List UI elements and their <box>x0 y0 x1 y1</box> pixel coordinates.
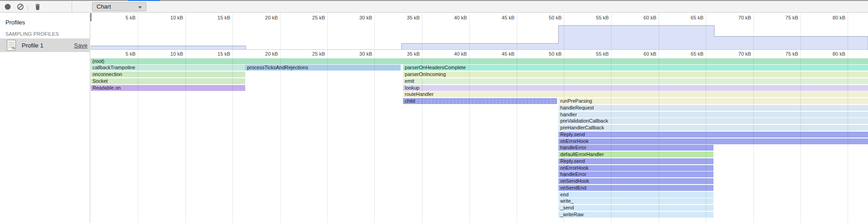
frame-onsendend[interactable]: onSendEnd <box>558 185 713 191</box>
ruler-tick-label: 5 kB <box>104 51 136 57</box>
gridline <box>422 13 422 223</box>
ruler-tick-label: 40 kB <box>435 51 467 57</box>
overview-tick-label: 10 kB <box>151 15 183 20</box>
sampling-profiles-header: SAMPLING PROFILES <box>5 31 59 37</box>
frame-handleerror[interactable]: handleError <box>558 171 713 177</box>
overview-tick-label: 20 kB <box>246 15 278 20</box>
overview-tick-label: 60 kB <box>625 15 656 20</box>
frame-parseronincoming[interactable]: parserOnIncoming <box>403 71 868 77</box>
delete-icon[interactable] <box>34 3 42 11</box>
ruler-tick-label: 60 kB <box>625 51 656 57</box>
scrollbar-thumb[interactable] <box>90 13 92 21</box>
overview-tick-label: 55 kB <box>577 15 609 20</box>
overview-tick-label: 65 kB <box>672 15 703 20</box>
view-mode-value: Chart <box>97 3 111 10</box>
frame-handleerror[interactable]: handleError <box>558 145 713 151</box>
overview-tick-label: 40 kB <box>435 15 467 20</box>
gridline <box>659 13 659 223</box>
heap-profile-icon: % <box>7 40 16 51</box>
ruler-tick-label: 15 kB <box>199 51 230 57</box>
frame-prehandlercallback[interactable]: preHandlerCallback <box>558 125 868 131</box>
gridline <box>185 13 186 223</box>
record-icon[interactable] <box>4 3 12 11</box>
gridline <box>753 13 754 223</box>
ruler-tick-label: 20 kB <box>246 51 278 57</box>
profiler-toolbar: Chart <box>0 1 868 13</box>
view-mode-select[interactable]: Chart <box>92 2 146 11</box>
frame-processticksandrejections[interactable]: processTicksAndRejections <box>245 65 401 71</box>
frame-callbacktrampoline[interactable]: callbackTrampoline <box>91 65 245 71</box>
frame-defaulterrorhandler[interactable]: defaultErrorHandler <box>558 152 713 157</box>
frame-handlerequest[interactable]: handleRequest <box>558 105 868 111</box>
frame--send[interactable]: _send <box>558 205 713 211</box>
ruler-tick-label: 45 kB <box>483 51 514 57</box>
gridline <box>327 13 328 223</box>
gridline <box>233 13 233 223</box>
overview-tick-label: 45 kB <box>483 15 514 20</box>
profile-name: Profile 1 <box>22 42 44 49</box>
frame-readable-on[interactable]: Readable.on <box>91 85 245 91</box>
ruler-tick-label: 50 kB <box>530 51 562 57</box>
frame-onerrorhook[interactable]: onErrorHook <box>558 138 868 144</box>
gridline <box>138 13 138 223</box>
gridline <box>611 13 611 223</box>
gridline <box>564 13 564 223</box>
gridline <box>800 13 801 223</box>
frame-reply-send[interactable]: Reply.send <box>558 158 713 164</box>
frame--root-[interactable]: (root) <box>91 58 868 64</box>
overview-tick-label: 70 kB <box>719 15 751 20</box>
ruler-tick-label: 30 kB <box>340 51 372 57</box>
overview-tick-label: 5 kB <box>104 15 136 20</box>
frame-reply-send[interactable]: Reply.send <box>558 132 868 138</box>
ruler-tick-label: 10 kB <box>151 51 183 57</box>
frame-socket[interactable]: Socket <box>91 78 245 84</box>
frame-lookup[interactable]: lookup <box>403 85 868 91</box>
overview-tick-label: 25 kB <box>293 15 325 20</box>
sidebar-title: Profiles <box>5 19 25 26</box>
toolbar-divider <box>28 5 28 11</box>
ruler-tick-label: 75 kB <box>766 51 798 57</box>
ruler-tick-label: 55 kB <box>577 51 609 57</box>
memory-profiler-panel: Chart Profiles SAMPLING PROFILES % Profi… <box>0 0 868 223</box>
frame-routehandler[interactable]: routeHandler <box>403 91 868 97</box>
chevron-down-icon <box>138 6 142 9</box>
frame--writeraw[interactable]: _writeRaw <box>558 212 713 218</box>
overview-tick-label: 15 kB <box>199 15 230 20</box>
gridline <box>706 13 706 223</box>
frame-parseronheaderscomplete[interactable]: parserOnHeadersComplete <box>403 65 868 71</box>
overview-tick-label: 50 kB <box>530 15 562 20</box>
profiles-sidebar: Profiles SAMPLING PROFILES % Profile 1 S… <box>0 13 90 223</box>
frame-prevalidationcallback[interactable]: preValidationCallback <box>558 118 868 124</box>
gridline <box>280 13 281 223</box>
frame-runpreparsing[interactable]: runPreParsing <box>558 98 868 104</box>
flame-chart[interactable]: 5 kB5 kB10 kB10 kB15 kB15 kB20 kB20 kB25… <box>91 13 868 223</box>
frame-onconnection[interactable]: onconnection <box>91 71 245 77</box>
ruler-tick-label: 70 kB <box>719 51 751 57</box>
overview-tick-label: 75 kB <box>766 15 798 20</box>
gridline <box>848 13 848 223</box>
clear-icon[interactable] <box>16 3 24 11</box>
save-profile-link[interactable]: Save <box>74 42 87 49</box>
frame-handler[interactable]: handler <box>558 112 868 118</box>
overview-tick-label: 80 kB <box>814 15 845 20</box>
frame-onerrorhook[interactable]: onErrorHook <box>558 165 713 171</box>
frame-onsendhook[interactable]: onSendHook <box>558 178 713 184</box>
gridline <box>469 13 470 223</box>
profile-item[interactable]: % Profile 1 Save <box>0 38 90 52</box>
ruler-tick-label: 80 kB <box>814 51 845 57</box>
frame-emit[interactable]: emit <box>403 78 868 84</box>
toolbar-divider-2 <box>72 2 72 13</box>
overview-tick-label: 30 kB <box>340 15 372 20</box>
frame-child[interactable]: child <box>403 98 557 104</box>
frame-end[interactable]: end <box>558 192 713 198</box>
frame-write-[interactable]: write_ <box>558 198 713 204</box>
ruler-tick-label: 65 kB <box>672 51 703 57</box>
gridline <box>374 13 375 223</box>
gridline <box>517 13 517 223</box>
overview-tick-label: 35 kB <box>388 15 420 20</box>
ruler-tick-label: 25 kB <box>293 51 325 57</box>
ruler-tick-label: 35 kB <box>388 51 420 57</box>
